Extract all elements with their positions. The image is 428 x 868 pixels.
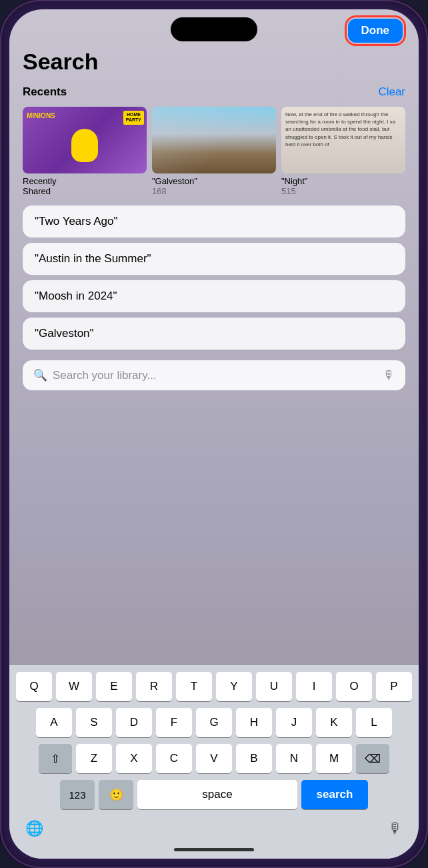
recents-header: Recents Clear [23,85,405,99]
key-m[interactable]: M [316,744,352,773]
key-e[interactable]: E [96,672,132,701]
suggestion-chip-2[interactable]: "Moosh in 2024" [23,280,405,312]
search-key[interactable]: search [301,780,368,809]
clear-button[interactable]: Clear [378,85,405,99]
suggestion-chip-1[interactable]: "Austin in the Summer" [23,243,405,275]
mic-bottom-icon[interactable]: 🎙 [388,820,403,837]
thumb-count-night: 515 [281,186,405,196]
thumbnail-image-galveston [152,107,276,173]
key-s[interactable]: S [76,708,112,737]
recents-label: Recents [23,85,67,99]
keyboard-row-3: ⇧ Z X C V B N M ⌫ [12,744,416,773]
key-h[interactable]: H [236,708,272,737]
key-f[interactable]: F [156,708,192,737]
phone-frame: Done Search Recents Clear HOMEPARTY [0,0,428,868]
key-y[interactable]: Y [216,672,252,701]
key-n[interactable]: N [276,744,312,773]
minions-art: HOMEPARTY [23,107,147,173]
thumb-caption-night: "Night" [281,176,405,186]
done-button[interactable]: Done [348,19,403,43]
dynamic-island [171,17,257,41]
search-bar: 🔍 🎙 [23,360,405,390]
page-title: Search [23,46,405,75]
thumbnail-image-night: Now, at the end of the d walked through … [281,107,405,173]
key-l[interactable]: L [356,708,392,737]
backspace-key[interactable]: ⌫ [356,744,389,773]
key-t[interactable]: T [176,672,212,701]
keyboard-row-4: 123 🙂 space search [12,780,416,809]
microphone-icon[interactable]: 🎙 [383,368,395,382]
globe-row: 🌐 🎙 [12,815,416,840]
suggestion-chip-0[interactable]: "Two Years Ago" [23,205,405,238]
thumbnails-row: HOMEPARTY RecentlyShared "Galveston" 168 [23,107,405,196]
done-button-container: Done [348,19,403,43]
space-key[interactable]: space [137,780,297,809]
key-c[interactable]: C [156,744,192,773]
search-input[interactable] [53,369,377,382]
phone-screen: Done Search Recents Clear HOMEPARTY [9,9,419,859]
suggestion-chip-3[interactable]: "Galveston" [23,318,405,350]
key-w[interactable]: W [56,672,92,701]
minion-figure [71,129,98,162]
numbers-key[interactable]: 123 [60,780,95,809]
screen-content: Search Recents Clear HOMEPARTY RecentlyS… [9,46,419,390]
key-j[interactable]: J [276,708,312,737]
status-bar: Done [9,9,419,46]
key-k[interactable]: K [316,708,352,737]
key-x[interactable]: X [116,744,152,773]
car-window-art [152,107,276,173]
night-text-art: Now, at the end of the d walked through … [281,107,405,173]
search-icon: 🔍 [33,368,47,382]
thumbnail-image-minions: HOMEPARTY [23,107,147,173]
home-indicator [174,848,254,851]
thumb-caption-shared: RecentlyShared [23,176,147,196]
key-p[interactable]: P [376,672,412,701]
suggestion-chips: "Two Years Ago" "Austin in the Summer" "… [23,205,405,350]
thumbnail-recently-shared[interactable]: HOMEPARTY RecentlyShared [23,107,147,196]
home-indicator-bar [12,840,416,859]
key-v[interactable]: V [196,744,232,773]
key-g[interactable]: G [196,708,232,737]
key-z[interactable]: Z [76,744,112,773]
thumbnail-galveston[interactable]: "Galveston" 168 [152,107,276,196]
home-party-badge: HOMEPARTY [123,111,144,125]
key-i[interactable]: I [296,672,332,701]
key-a[interactable]: A [36,708,72,737]
thumb-count-galveston: 168 [152,186,276,196]
keyboard-row-2: A S D F G H J K L [12,708,416,737]
keyboard-section: Q W E R T Y U I O P A S D F G H J K [9,665,419,859]
key-o[interactable]: O [336,672,372,701]
key-d[interactable]: D [116,708,152,737]
globe-icon[interactable]: 🌐 [25,820,43,837]
thumb-caption-galveston: "Galveston" [152,176,276,186]
key-u[interactable]: U [256,672,292,701]
key-b[interactable]: B [236,744,272,773]
keyboard-row-1: Q W E R T Y U I O P [12,672,416,701]
emoji-key[interactable]: 🙂 [99,780,133,809]
key-q[interactable]: Q [16,672,52,701]
key-r[interactable]: R [136,672,172,701]
shift-key[interactable]: ⇧ [39,744,72,773]
thumbnail-night[interactable]: Now, at the end of the d walked through … [281,107,405,196]
